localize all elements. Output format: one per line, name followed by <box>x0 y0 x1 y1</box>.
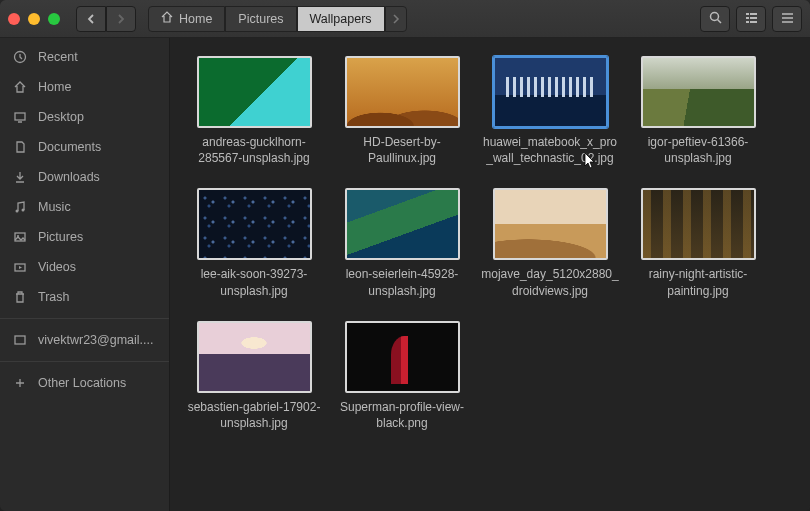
svg-rect-6 <box>746 21 749 23</box>
titlebar: Home Pictures Wallpapers <box>0 0 810 38</box>
file-thumbnail <box>641 56 756 128</box>
svg-rect-4 <box>746 17 749 19</box>
file-item[interactable]: igor-peftiev-61366-unsplash.jpg <box>628 56 768 166</box>
sidebar-item-label: Home <box>38 80 71 94</box>
sidebar-item-documents[interactable]: Documents <box>0 132 169 162</box>
file-thumbnail <box>345 188 460 260</box>
sidebar-item-label: Music <box>38 200 71 214</box>
file-thumbnail <box>641 188 756 260</box>
file-item[interactable]: sebastien-gabriel-17902-unsplash.jpg <box>184 321 324 431</box>
file-name: HD-Desert-by-Paullinux.jpg <box>332 134 472 166</box>
file-thumbnail <box>345 321 460 393</box>
svg-point-14 <box>16 210 19 213</box>
sidebar-item-label: Pictures <box>38 230 83 244</box>
sidebar-item-desktop[interactable]: Desktop <box>0 102 169 132</box>
maximize-window-button[interactable] <box>48 13 60 25</box>
sidebar-item-label: vivektwr23@gmail.... <box>38 333 154 347</box>
body: RecentHomeDesktopDocumentsDownloadsMusic… <box>0 38 810 511</box>
close-window-button[interactable] <box>8 13 20 25</box>
nav-buttons <box>76 6 136 32</box>
window-controls <box>8 13 60 25</box>
sidebar-item-home[interactable]: Home <box>0 72 169 102</box>
sidebar-item-label: Videos <box>38 260 76 274</box>
list-view-icon <box>745 11 758 27</box>
file-item[interactable]: mojave_day_5120x2880_droidviews.jpg <box>480 188 620 298</box>
svg-rect-2 <box>746 13 749 15</box>
file-thumbnail <box>493 56 608 128</box>
file-thumbnail <box>345 56 460 128</box>
breadcrumb-label: Pictures <box>238 12 283 26</box>
file-item[interactable]: lee-aik-soon-39273-unsplash.jpg <box>184 188 324 298</box>
sidebar-item-trash[interactable]: Trash <box>0 282 169 312</box>
file-thumbnail <box>493 188 608 260</box>
video-icon <box>12 260 28 274</box>
picture-icon <box>12 230 28 244</box>
svg-rect-19 <box>15 336 25 344</box>
file-manager-window: Home Pictures Wallpapers <box>0 0 810 511</box>
sidebar-item-pictures[interactable]: Pictures <box>0 222 169 252</box>
back-button[interactable] <box>76 6 106 32</box>
file-name: huawei_matebook_x_pro_wall_technastic_02… <box>480 134 620 166</box>
sidebar: RecentHomeDesktopDocumentsDownloadsMusic… <box>0 38 170 511</box>
search-button[interactable] <box>700 6 730 32</box>
sidebar-separator <box>0 318 169 319</box>
file-name: igor-peftiev-61366-unsplash.jpg <box>628 134 768 166</box>
sidebar-item-downloads[interactable]: Downloads <box>0 162 169 192</box>
breadcrumb-label: Wallpapers <box>310 12 372 26</box>
hamburger-menu-button[interactable] <box>772 6 802 32</box>
file-name: mojave_day_5120x2880_droidviews.jpg <box>480 266 620 298</box>
home-icon <box>12 80 28 94</box>
svg-point-15 <box>22 209 25 212</box>
file-thumbnail <box>197 56 312 128</box>
file-item[interactable]: andreas-gucklhorn-285567-unsplash.jpg <box>184 56 324 166</box>
file-item[interactable]: HD-Desert-by-Paullinux.jpg <box>332 56 472 166</box>
sidebar-item-label: Other Locations <box>38 376 126 390</box>
svg-rect-7 <box>750 21 757 23</box>
menu-icon <box>781 11 794 27</box>
breadcrumb-pictures[interactable]: Pictures <box>225 6 296 32</box>
file-thumbnail <box>197 321 312 393</box>
svg-rect-3 <box>750 13 757 15</box>
svg-line-1 <box>717 19 721 23</box>
view-mode-button[interactable] <box>736 6 766 32</box>
file-thumbnail <box>197 188 312 260</box>
music-icon <box>12 200 28 214</box>
doc-icon <box>12 140 28 154</box>
sidebar-item-recent[interactable]: Recent <box>0 42 169 72</box>
minimize-window-button[interactable] <box>28 13 40 25</box>
sidebar-item-label: Recent <box>38 50 78 64</box>
file-item[interactable]: huawei_matebook_x_pro_wall_technastic_02… <box>480 56 620 166</box>
content-area[interactable]: andreas-gucklhorn-285567-unsplash.jpgHD-… <box>170 38 810 511</box>
sidebar-separator <box>0 361 169 362</box>
file-grid: andreas-gucklhorn-285567-unsplash.jpgHD-… <box>184 56 796 431</box>
search-icon <box>709 11 722 27</box>
file-name: andreas-gucklhorn-285567-unsplash.jpg <box>184 134 324 166</box>
sidebar-item-music[interactable]: Music <box>0 192 169 222</box>
sidebar-item-videos[interactable]: Videos <box>0 252 169 282</box>
clock-icon <box>12 50 28 64</box>
file-item[interactable]: leon-seierlein-45928-unsplash.jpg <box>332 188 472 298</box>
trash-icon <box>12 290 28 304</box>
file-name: rainy-night-artistic-painting.jpg <box>628 266 768 298</box>
desktop-icon <box>12 110 28 124</box>
toolbar-right <box>700 6 802 32</box>
file-name: leon-seierlein-45928-unsplash.jpg <box>332 266 472 298</box>
svg-rect-5 <box>750 17 757 19</box>
svg-point-0 <box>710 12 718 20</box>
sidebar-item-label: Downloads <box>38 170 100 184</box>
breadcrumb-label: Home <box>179 12 212 26</box>
forward-button[interactable] <box>106 6 136 32</box>
breadcrumb-overflow[interactable] <box>385 6 407 32</box>
sidebar-item-vivektwr23-gmail-[interactable]: vivektwr23@gmail.... <box>0 325 169 355</box>
breadcrumb-home[interactable]: Home <box>148 6 225 32</box>
file-name: Superman-profile-view-black.png <box>332 399 472 431</box>
sidebar-item-label: Documents <box>38 140 101 154</box>
plus-icon <box>12 376 28 390</box>
download-icon <box>12 170 28 184</box>
breadcrumb-current[interactable]: Wallpapers <box>297 6 385 32</box>
file-item[interactable]: Superman-profile-view-black.png <box>332 321 472 431</box>
sidebar-item-label: Trash <box>38 290 70 304</box>
file-item[interactable]: rainy-night-artistic-painting.jpg <box>628 188 768 298</box>
sidebar-item-label: Desktop <box>38 110 84 124</box>
sidebar-item-other-locations[interactable]: Other Locations <box>0 368 169 398</box>
